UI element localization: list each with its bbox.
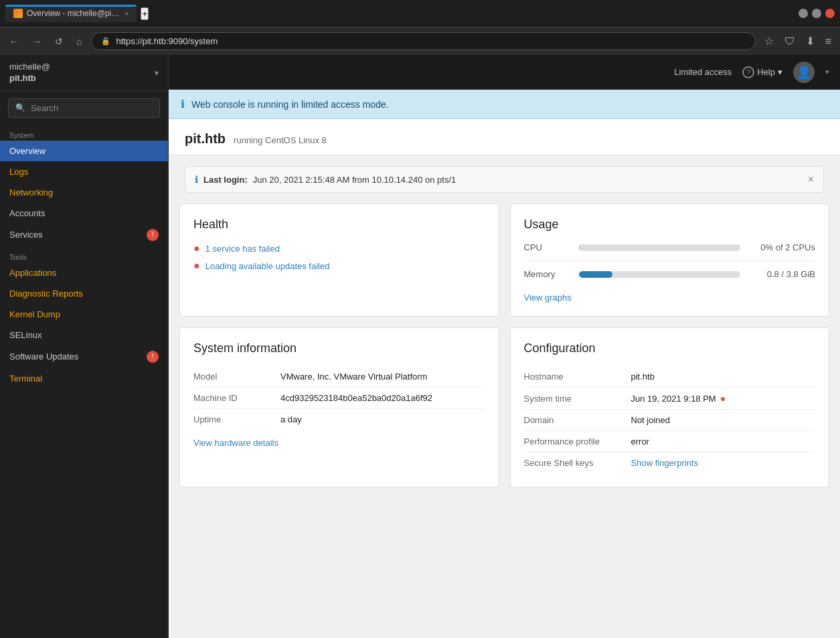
model-value: VMware, Inc. VMware Virtual Platform bbox=[280, 372, 485, 382]
toolbar-actions: ☆ 🛡 ⬇ ≡ bbox=[761, 32, 835, 50]
back-button[interactable]: ← bbox=[5, 33, 23, 50]
ssh-keys-key: Secure Shell keys bbox=[524, 458, 631, 468]
content-area: ℹ Web console is running in limited acce… bbox=[169, 90, 840, 638]
uptime-row: Uptime a day bbox=[193, 409, 485, 430]
new-tab-button[interactable]: + bbox=[141, 7, 149, 20]
tab-title: Overview - michelle@pit… bbox=[27, 9, 120, 18]
sidebar-item-services[interactable]: Services ! bbox=[0, 224, 168, 246]
sidebar-item-software-updates[interactable]: Software Updates ! bbox=[0, 345, 168, 368]
help-icon: ? bbox=[742, 66, 754, 78]
sidebar-item-logs[interactable]: Logs bbox=[0, 161, 168, 182]
system-section-label: System bbox=[0, 127, 168, 141]
address-bar[interactable]: 🔒 https://pit.htb:9090/system bbox=[91, 32, 755, 50]
bookmark-button[interactable]: ☆ bbox=[761, 32, 777, 50]
maximize-button[interactable] bbox=[812, 9, 821, 18]
health-item-updates-failed[interactable]: ● Loading available updates failed bbox=[193, 260, 485, 272]
view-graphs-link[interactable]: View graphs bbox=[524, 293, 572, 303]
health-item-service-failed[interactable]: ● 1 service has failed bbox=[193, 242, 485, 254]
sidebar-item-diagnostic-reports[interactable]: Diagnostic Reports bbox=[0, 283, 168, 304]
page-header: pit.htb running CentOS Linux 8 bbox=[169, 119, 840, 155]
lock-icon: 🔒 bbox=[101, 37, 110, 46]
cpu-usage-row: CPU 0% of 2 CPUs bbox=[524, 242, 816, 261]
health-service-failed-link[interactable]: 1 service has failed bbox=[205, 244, 280, 254]
ssh-keys-row: Secure Shell keys Show fingerprints bbox=[524, 453, 816, 473]
user-menu-trigger[interactable]: michelle@ pit.htb ▾ bbox=[9, 62, 159, 84]
machine-id-value: 4cd9329523184b0ea52ba0d20a1a6f92 bbox=[280, 393, 485, 403]
search-icon: 🔍 bbox=[15, 103, 25, 112]
machine-id-row: Machine ID 4cd9329523184b0ea52ba0d20a1a6… bbox=[193, 388, 485, 409]
system-info-table: Model VMware, Inc. VMware Virtual Platfo… bbox=[193, 366, 485, 430]
cpu-label: CPU bbox=[524, 242, 571, 252]
forward-button[interactable]: → bbox=[28, 33, 46, 50]
sidebar-item-terminal[interactable]: Terminal bbox=[0, 368, 168, 389]
banner-info-icon: ℹ bbox=[181, 98, 185, 110]
tab-favicon bbox=[13, 9, 23, 18]
system-time-value: Jun 19, 2021 9:18 PM ● bbox=[631, 393, 816, 404]
system-time-key: System time bbox=[524, 394, 631, 404]
ssh-keys-value: Show fingerprints bbox=[631, 458, 816, 468]
health-error-icon-2: ● bbox=[193, 260, 200, 272]
memory-value: 0.8 / 3.8 GiB bbox=[748, 269, 815, 279]
health-title: Health bbox=[193, 218, 485, 232]
window-controls bbox=[799, 9, 835, 18]
sidebar-username: michelle@ pit.htb bbox=[9, 62, 50, 84]
page-subtitle: running CentOS Linux 8 bbox=[234, 135, 327, 145]
cpu-bar-container bbox=[579, 244, 741, 251]
model-row: Model VMware, Inc. VMware Virtual Platfo… bbox=[193, 366, 485, 388]
browser-titlebar: Overview - michelle@pit… × + bbox=[0, 0, 840, 27]
close-button[interactable] bbox=[825, 9, 835, 18]
machine-id-key: Machine ID bbox=[193, 393, 280, 403]
performance-value: error bbox=[631, 436, 816, 447]
sidebar-item-overview[interactable]: Overview bbox=[0, 141, 168, 161]
tab-close-button[interactable]: × bbox=[124, 9, 129, 17]
view-hardware-link[interactable]: View hardware details bbox=[193, 438, 278, 448]
memory-usage-row: Memory 0.8 / 3.8 GiB bbox=[524, 269, 816, 287]
configuration-card: Configuration Hostname pit.htb System ti… bbox=[510, 327, 830, 487]
sidebar-item-accounts[interactable]: Accounts bbox=[0, 203, 168, 224]
app-main: Limited access ? Help ▾ 👤 ▾ ℹ Web consol… bbox=[169, 55, 840, 638]
software-updates-badge: ! bbox=[147, 351, 159, 363]
search-box[interactable]: 🔍 Search bbox=[8, 98, 160, 118]
download-button[interactable]: ⬇ bbox=[803, 32, 818, 50]
address-url: https://pit.htb:9090/system bbox=[116, 36, 218, 46]
memory-label: Memory bbox=[524, 269, 571, 279]
cpu-value: 0% of 2 CPUs bbox=[748, 242, 815, 252]
configuration-title: Configuration bbox=[524, 341, 816, 355]
sidebar-item-applications[interactable]: Applications bbox=[0, 262, 168, 283]
sidebar-item-selinux[interactable]: SELinux bbox=[0, 325, 168, 345]
search-placeholder: Search bbox=[31, 103, 58, 113]
reload-button[interactable]: ↺ bbox=[51, 33, 67, 50]
sidebar-user-chevron-icon: ▾ bbox=[155, 68, 159, 78]
sidebar-item-kernel-dump[interactable]: Kernel Dump bbox=[0, 304, 168, 325]
help-button[interactable]: ? Help ▾ bbox=[742, 66, 782, 78]
browser-chrome: Overview - michelle@pit… × + ← → ↺ ⌂ 🔒 h… bbox=[0, 0, 840, 55]
info-banner: ℹ Web console is running in limited acce… bbox=[169, 90, 840, 119]
user-avatar[interactable]: 👤 bbox=[793, 62, 815, 83]
home-button[interactable]: ⌂ bbox=[72, 33, 86, 50]
uptime-key: Uptime bbox=[193, 414, 280, 424]
health-error-icon-1: ● bbox=[193, 242, 200, 254]
login-info-icon: ℹ bbox=[195, 174, 198, 185]
hostname-row: Hostname pit.htb bbox=[524, 366, 816, 388]
shield-button[interactable]: 🛡 bbox=[781, 32, 799, 50]
performance-key: Performance profile bbox=[524, 436, 631, 447]
domain-key: Domain bbox=[524, 415, 631, 425]
hostname-key: Hostname bbox=[524, 372, 631, 382]
limited-access-label: Limited access bbox=[674, 67, 732, 77]
browser-tab[interactable]: Overview - michelle@pit… × bbox=[5, 5, 137, 22]
sidebar-item-networking[interactable]: Networking bbox=[0, 182, 168, 203]
domain-row: Domain Not joined bbox=[524, 410, 816, 431]
minimize-button[interactable] bbox=[799, 9, 808, 18]
tools-section-label: Tools bbox=[0, 249, 168, 262]
menu-button[interactable]: ≡ bbox=[822, 32, 835, 50]
banner-text: Web console is running in limited access… bbox=[191, 99, 389, 110]
login-notice-close-button[interactable]: × bbox=[808, 173, 814, 185]
model-key: Model bbox=[193, 372, 280, 382]
page-title: pit.htb bbox=[185, 131, 226, 147]
top-bar: Limited access ? Help ▾ 👤 ▾ bbox=[169, 55, 840, 90]
show-fingerprints-link[interactable]: Show fingerprints bbox=[631, 458, 698, 468]
usage-title: Usage bbox=[524, 218, 816, 232]
user-avatar-chevron-icon: ▾ bbox=[825, 68, 829, 76]
health-updates-failed-link[interactable]: Loading available updates failed bbox=[205, 261, 330, 271]
login-details: Jun 20, 2021 2:15:48 AM from 10.10.14.24… bbox=[253, 175, 456, 185]
